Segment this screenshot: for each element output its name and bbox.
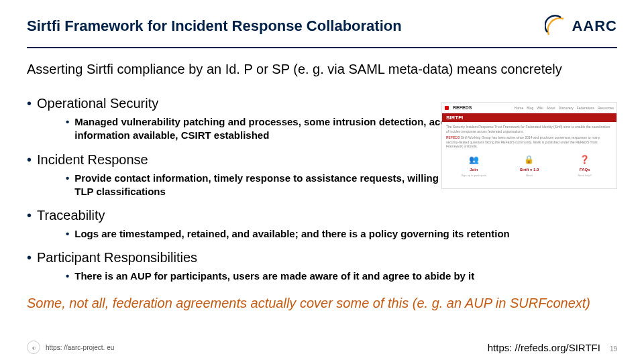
section-heading: • Participant Responsibilities	[27, 250, 617, 265]
question-icon: ❓	[579, 154, 591, 166]
footnote: Some, not all, federation agreements act…	[27, 296, 617, 311]
thumb-nav-item: Discovery	[559, 106, 574, 110]
aarc-logo-icon	[545, 15, 568, 38]
thumb-cards: 👥 Join Sign up to participate 🔒 Sirtfi v…	[446, 154, 612, 178]
thumb-nav: Home Blog Wiki About Discovery Federatio…	[515, 106, 614, 110]
thumb-body: The Security Incident Response Trust Fra…	[442, 122, 616, 180]
thumb-card-label: Sirtfi v 1.0	[520, 168, 539, 173]
footer-right: https: //refeds.org/SIRTFI 19	[488, 342, 617, 353]
lock-icon: 🔒	[523, 154, 535, 166]
section-heading-text: Participant Responsibilities	[37, 250, 197, 265]
section-participant-responsibilities: • Participant Responsibilities • There i…	[27, 250, 617, 283]
header: Sirtfi Framework for Incident Response C…	[27, 0, 617, 38]
bullet-icon: •	[27, 208, 32, 222]
people-icon: 👥	[468, 154, 480, 166]
thumb-link: REFEDS	[446, 135, 460, 139]
header-rule	[27, 47, 617, 48]
footer: ◐ https: //aarc-project. eu https: //ref…	[27, 341, 617, 354]
section-traceability: • Traceability • Logs are timestamped, r…	[27, 208, 617, 241]
thumb-card-sub: Read	[526, 174, 533, 177]
bullet-icon: •	[66, 115, 69, 129]
aarc-mini-logo-icon: ◐	[27, 341, 40, 354]
thumb-brand: REFEDS	[453, 105, 472, 110]
thumb-card-faqs: ❓ FAQs Need help?	[565, 154, 605, 178]
refeds-logo-icon	[445, 106, 449, 110]
thumb-card-label: Join	[470, 168, 478, 173]
thumb-line1: The Security Incident Response Trust Fra…	[446, 125, 612, 133]
sub-bullet: • Logs are timestamped, retained, and av…	[66, 227, 617, 241]
thumb-nav-item: Blog	[527, 106, 533, 110]
aarc-logo: AARC	[545, 15, 617, 38]
footer-left: ◐ https: //aarc-project. eu	[27, 341, 114, 354]
thumb-nav-item: Wiki	[537, 106, 543, 110]
bullet-icon: •	[27, 153, 32, 166]
section-heading-text: Traceability	[37, 208, 105, 223]
thumb-card-sirtfi: 🔒 Sirtfi v 1.0 Read	[509, 154, 549, 178]
thumb-banner: SIRTFI	[442, 113, 616, 122]
intro-text: Asserting Sirtfi compliance by an Id. P …	[27, 62, 617, 77]
thumb-header: REFEDS Home Blog Wiki About Discovery Fe…	[442, 103, 616, 113]
footer-left-url: https: //aarc-project. eu	[46, 344, 114, 351]
sub-bullet-text: There is an AUP for participants, users …	[74, 269, 474, 283]
sub-bullet: • There is an AUP for participants, user…	[66, 269, 617, 283]
refeds-screenshot: REFEDS Home Blog Wiki About Discovery Fe…	[441, 102, 617, 189]
thumb-line2: REFEDS Sirtfi Working Group has been act…	[446, 135, 612, 149]
thumb-nav-item: Federations	[577, 106, 594, 110]
bullet-icon: •	[27, 251, 32, 264]
thumb-card-label: FAQs	[580, 168, 590, 173]
footer-right-url: https: //refeds.org/SIRTFI	[488, 342, 600, 353]
bullet-icon: •	[27, 97, 32, 110]
thumb-nav-item: Home	[515, 106, 523, 110]
bullet-icon: •	[66, 227, 69, 241]
slide-title: Sirtfi Framework for Incident Response C…	[27, 17, 402, 35]
thumb-card-sub: Sign up to participate	[462, 174, 487, 177]
section-heading-text: Operational Security	[37, 96, 158, 111]
bullet-icon: •	[66, 172, 69, 185]
thumb-line2-rest: Sirtfi Working Group has been active sin…	[446, 135, 600, 148]
section-heading: • Traceability	[27, 208, 617, 223]
bullet-icon: •	[66, 269, 69, 283]
thumb-card-sub: Need help?	[578, 174, 591, 177]
sub-bullet-text: Logs are timestamped, retained, and avai…	[74, 227, 510, 241]
slide: Sirtfi Framework for Incident Response C…	[0, 0, 644, 362]
section-heading-text: Incident Response	[37, 152, 148, 168]
thumb-card-join: 👥 Join Sign up to participate	[453, 154, 494, 178]
thumb-nav-item: About	[547, 106, 555, 110]
thumb-nav-item: Resources	[598, 106, 614, 110]
aarc-logo-text: AARC	[572, 17, 617, 35]
page-number: 19	[610, 345, 617, 353]
